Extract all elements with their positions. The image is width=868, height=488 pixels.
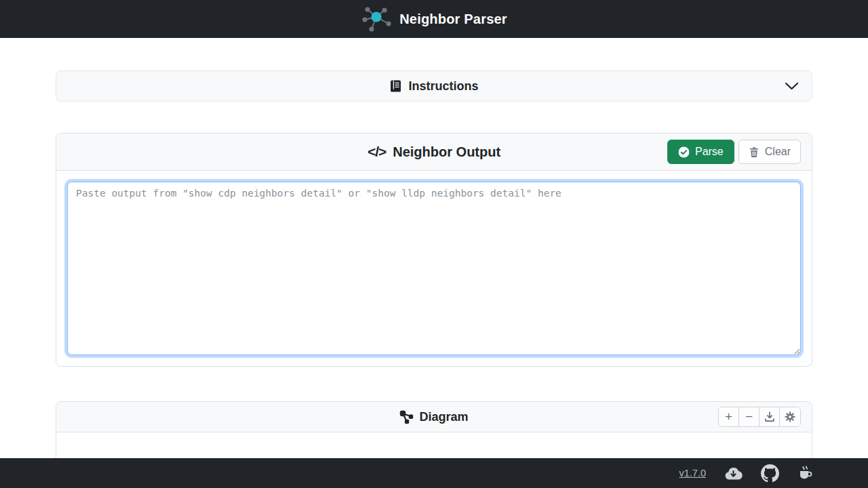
neighbor-output-textarea[interactable] xyxy=(67,182,801,355)
page: Neighbor Parser Instructions xyxy=(0,0,868,488)
instructions-accordion-toggle[interactable]: Instructions xyxy=(56,70,812,102)
diagram-card-header: Diagram + − xyxy=(56,402,812,432)
download-icon xyxy=(764,411,775,422)
neighbor-output-card: </> Neighbor Output Parse xyxy=(56,133,812,367)
diagram-title: Diagram xyxy=(399,410,468,424)
zoom-in-button[interactable]: + xyxy=(719,407,739,426)
github-icon[interactable] xyxy=(761,464,779,483)
neighbor-output-title-text: Neighbor Output xyxy=(393,144,500,160)
app-title: Neighbor Parser xyxy=(399,12,507,27)
code-icon: </> xyxy=(368,144,386,160)
chevron-down-icon xyxy=(785,82,799,90)
diagram-title-text: Diagram xyxy=(419,410,468,424)
version-link[interactable]: v1.7.0 xyxy=(679,468,707,479)
diagram-settings-button[interactable] xyxy=(780,407,800,426)
clear-button-label: Clear xyxy=(765,144,791,160)
download-diagram-button[interactable] xyxy=(760,407,780,426)
zoom-out-button[interactable]: − xyxy=(739,407,760,426)
clear-button[interactable]: Clear xyxy=(738,140,801,164)
coffee-cup-icon[interactable] xyxy=(797,466,813,481)
parse-button-label: Parse xyxy=(695,144,724,160)
diagram-toolbar: + − xyxy=(718,407,801,427)
book-icon xyxy=(389,79,402,93)
gear-icon xyxy=(785,411,795,422)
neighbor-output-title: </> Neighbor Output xyxy=(368,144,500,160)
neighbor-output-card-header: </> Neighbor Output Parse xyxy=(56,134,812,171)
instructions-label: Instructions xyxy=(408,79,478,94)
parse-button[interactable]: Parse xyxy=(667,140,734,164)
app-footer: v1.7.0 xyxy=(0,458,868,488)
app-header: Neighbor Parser xyxy=(0,0,868,38)
neighbor-output-card-body xyxy=(56,171,812,366)
diagram-icon xyxy=(399,410,414,424)
network-hub-logo-icon xyxy=(361,5,391,33)
trash-icon xyxy=(749,146,760,158)
check-circle-icon xyxy=(678,146,690,158)
cloud-download-icon[interactable] xyxy=(724,466,743,481)
